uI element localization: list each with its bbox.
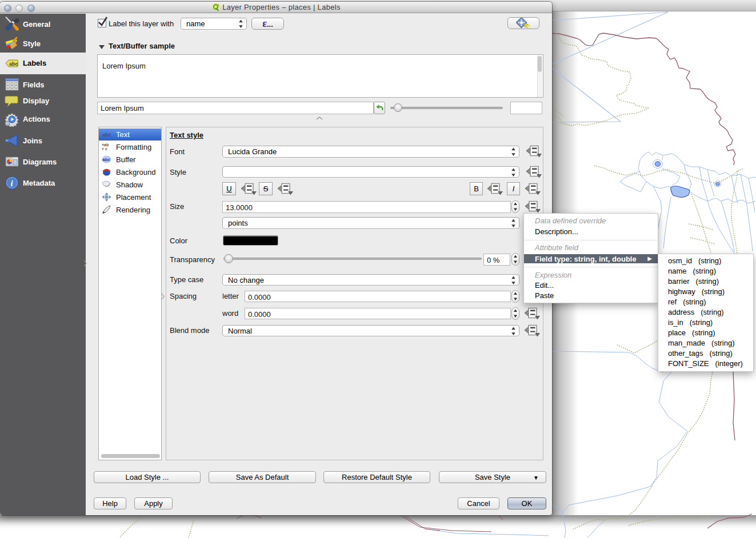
svg-text:abc: abc [102, 132, 111, 138]
svg-text:abc: abc [102, 157, 110, 162]
svg-text:< c: < c [102, 147, 107, 151]
svg-text:abc: abc [9, 61, 18, 67]
svg-text:+ab: +ab [102, 143, 109, 147]
